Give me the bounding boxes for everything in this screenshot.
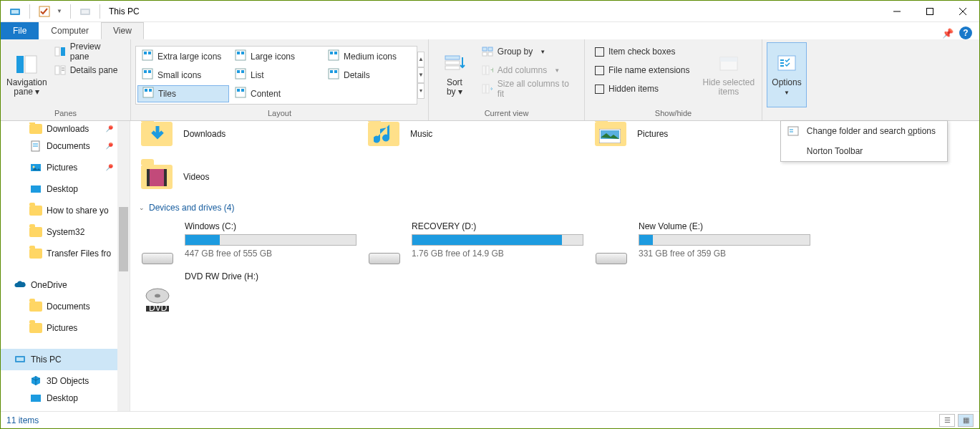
drive-icon xyxy=(366,230,403,264)
tree-item[interactable]: System32 xyxy=(1,221,130,243)
properties-icon[interactable] xyxy=(36,4,53,19)
sort-by-button[interactable]: Sortby ▾ xyxy=(433,42,476,107)
tree-item-label: Documents xyxy=(47,302,90,312)
drive-tile[interactable]: New Volume (E:)331 GB free of 359 GB xyxy=(590,217,817,267)
tree-item[interactable]: Desktop xyxy=(1,392,130,405)
view-large-icons-icon[interactable]: ▦ xyxy=(958,414,974,427)
tab-file[interactable]: File xyxy=(1,22,39,39)
preview-pane-button[interactable]: Preview pane xyxy=(50,44,125,59)
layout-icon xyxy=(235,87,246,100)
layout-option[interactable]: List xyxy=(231,67,322,84)
menu-item-norton-toolbar[interactable]: Norton Toolbar xyxy=(781,141,947,161)
folder-tile[interactable]: Downloads xyxy=(136,121,363,155)
minimize-button[interactable] xyxy=(880,1,913,22)
tree-item-label: Pictures xyxy=(47,163,77,173)
layout-scroll-more-icon[interactable]: ▾ xyxy=(417,83,424,99)
layout-option[interactable]: Content xyxy=(231,85,322,102)
svg-rect-47 xyxy=(488,52,493,56)
navigation-pane-button[interactable]: Navigationpane ▾ xyxy=(5,42,49,107)
tree-item-label: Desktop xyxy=(47,393,78,403)
tree-item-label: How to share yo xyxy=(47,206,109,216)
hidden-items-toggle[interactable]: Hidden items xyxy=(591,81,699,97)
tree-item[interactable]: 3D Objects xyxy=(1,370,130,392)
layout-gallery[interactable]: Extra large iconsLarge iconsMedium icons… xyxy=(135,46,417,105)
pic-icon xyxy=(29,161,42,174)
drive-name: Windows (C:) xyxy=(185,221,360,231)
tree-item[interactable]: This PC xyxy=(1,349,130,370)
tree-item[interactable]: Pictures xyxy=(1,317,130,339)
group-by-button[interactable]: Group by▼ xyxy=(477,44,578,59)
layout-option[interactable]: Medium icons xyxy=(324,48,415,65)
svg-rect-36 xyxy=(145,89,147,92)
svg-rect-52 xyxy=(486,85,489,93)
drive-tile[interactable]: Windows (C:)447 GB free of 555 GB xyxy=(136,217,363,267)
drive-tile[interactable]: DVDDVD RW Drive (H:) xyxy=(136,267,363,317)
layout-scroll-down-icon[interactable]: ▼ xyxy=(417,67,424,83)
tree-item[interactable]: Transfer Files fro xyxy=(1,243,130,264)
tree-item-label: Desktop xyxy=(47,184,78,194)
section-header-drives[interactable]: ⌄ Devices and drives (4) xyxy=(136,198,974,217)
options-button[interactable]: Options▼ xyxy=(767,42,807,107)
drive-icon: DVD xyxy=(139,280,176,314)
svg-rect-13 xyxy=(55,66,59,74)
maximize-button[interactable] xyxy=(913,1,946,22)
layout-option[interactable]: Tiles xyxy=(137,85,229,102)
svg-text:DVD: DVD xyxy=(149,303,168,313)
tree-scrollbar[interactable] xyxy=(117,121,130,411)
content-pane[interactable]: 3D ObjectsDesktopDocuments DownloadsMusi… xyxy=(130,121,979,411)
drive-free-label: 1.76 GB free of 14.9 GB xyxy=(412,249,587,259)
minimize-ribbon-icon[interactable]: 📌 xyxy=(942,28,954,39)
layout-gallery-scroll[interactable]: ▲ ▼ ▾ xyxy=(417,50,424,100)
tree-item-label: System32 xyxy=(47,227,84,237)
tree-item[interactable]: Desktop xyxy=(1,178,130,200)
quick-access-toolbar: ▼ xyxy=(1,4,105,19)
help-icon[interactable]: ? xyxy=(959,26,972,39)
layout-option[interactable]: Large icons xyxy=(231,48,322,65)
svg-rect-46 xyxy=(482,52,487,56)
tree-item[interactable]: Downloads📍 xyxy=(1,122,130,135)
item-check-boxes-toggle[interactable]: Item check boxes xyxy=(591,44,699,59)
tree-item[interactable]: Documents xyxy=(1,296,130,317)
drive-tile[interactable]: RECOVERY (D:)1.76 GB free of 14.9 GB xyxy=(363,217,590,267)
close-button[interactable] xyxy=(946,1,979,22)
folder-tile[interactable]: Music xyxy=(363,121,590,155)
svg-rect-6 xyxy=(927,8,933,14)
tab-view[interactable]: View xyxy=(101,22,144,39)
file-name-extensions-toggle[interactable]: File name extensions xyxy=(591,62,699,78)
tile-label: Pictures xyxy=(637,129,668,139)
svg-rect-44 xyxy=(482,47,487,51)
group-label-current-view: Current view xyxy=(433,107,580,119)
layout-option[interactable]: Extra large icons xyxy=(137,48,229,65)
tree-item[interactable]: How to share yo xyxy=(1,200,130,221)
svg-rect-21 xyxy=(237,52,240,54)
svg-rect-27 xyxy=(144,70,147,73)
tree-item[interactable]: Pictures📍 xyxy=(1,157,130,178)
svg-rect-39 xyxy=(237,89,240,92)
folder-tile[interactable]: Videos xyxy=(136,155,363,198)
view-details-icon[interactable]: ☰ xyxy=(939,414,955,427)
layout-scroll-up-icon[interactable]: ▲ xyxy=(417,52,424,67)
3d-icon xyxy=(29,375,42,387)
svg-rect-49 xyxy=(486,66,489,74)
pictures-icon xyxy=(593,121,629,152)
navigation-tree[interactable]: Downloads📍Documents📍Pictures📍DesktopHow … xyxy=(1,121,130,411)
qat-dropdown-icon[interactable]: ▼ xyxy=(54,4,64,19)
layout-option[interactable]: Details xyxy=(324,67,415,84)
details-pane-button[interactable]: Details pane xyxy=(50,62,125,78)
app-icon xyxy=(6,4,24,19)
tab-computer[interactable]: Computer xyxy=(39,22,101,39)
layout-icon xyxy=(235,49,246,63)
svg-rect-9 xyxy=(16,56,24,73)
svg-rect-10 xyxy=(25,56,37,73)
menu-item-change-folder-options[interactable]: Change folder and search options xyxy=(781,121,947,141)
options-dropdown-menu: Change folder and search options Norton … xyxy=(780,120,948,162)
add-columns-button: + Add columns▼ xyxy=(477,62,578,78)
status-item-count: 11 items xyxy=(6,415,39,425)
desktop-icon xyxy=(29,183,42,196)
layout-option[interactable]: Small icons xyxy=(137,67,229,84)
tree-item[interactable]: OneDrive xyxy=(1,274,130,296)
tree-item[interactable]: Documents📍 xyxy=(1,135,130,157)
group-label-layout: Layout xyxy=(135,107,424,119)
doc-icon xyxy=(29,140,42,153)
folder-icon xyxy=(29,322,42,334)
